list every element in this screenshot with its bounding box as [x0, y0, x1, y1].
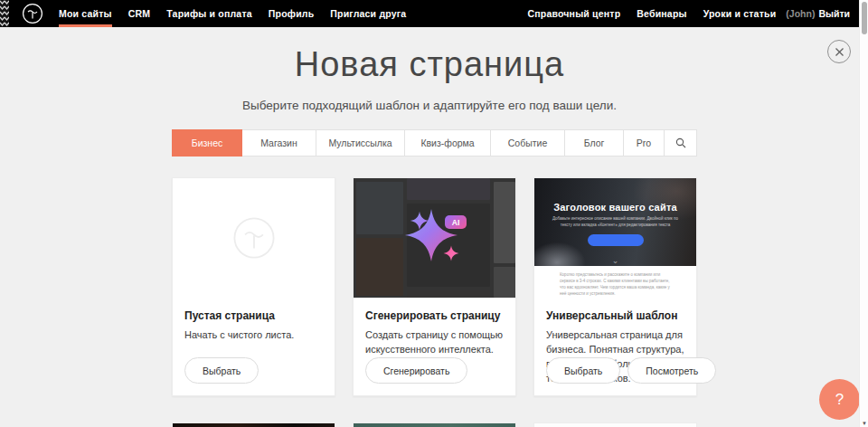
ai-generate-preview: AI — [354, 178, 515, 298]
main-nav: Мои сайты CRM Тарифы и оплата Профиль Пр… — [51, 0, 414, 27]
sparkle-tiny-icon — [443, 245, 459, 261]
tab-event-label: Событие — [508, 138, 548, 148]
next-row-card-1[interactable] — [172, 422, 335, 427]
tab-pro[interactable]: Pro — [624, 129, 665, 157]
nav-my-sites-label: Мои сайты — [59, 8, 112, 19]
card-title: Пустая страница — [184, 309, 323, 322]
user-name: (John) — [786, 8, 815, 19]
template-hero-section: Заголовок вашего сайта Добавьте интересн… — [534, 178, 696, 266]
help-button[interactable]: ? — [819, 379, 860, 420]
nav-webinars-label: Вебинары — [637, 8, 686, 19]
card-blank-page: Пустая страница Начать с чистого листа. … — [172, 177, 335, 396]
card-description: Создать страницу с помощью искусственног… — [365, 328, 504, 357]
scrollbar-down-arrow[interactable]: ▼ — [861, 421, 868, 426]
nav-crm[interactable]: CRM — [120, 0, 159, 27]
template-category-tabs: Бизнес Магазин Мультиссылка Квиз-форма С… — [172, 129, 697, 157]
tab-search[interactable] — [665, 129, 697, 157]
next-row-card-2[interactable] — [353, 422, 516, 427]
nav-invite-friend[interactable]: Пригласи друга — [322, 0, 414, 27]
next-row-card-3[interactable] — [533, 422, 697, 427]
card-ai-generate-body: Сгенерировать страницу Создать страницу … — [354, 298, 515, 395]
nav-help-center[interactable]: Справочный центр — [519, 0, 628, 27]
active-tab-underline — [59, 24, 112, 27]
page-title: Новая страница — [0, 45, 859, 84]
page-scrollbar[interactable]: ▼ — [859, 0, 868, 427]
card-title: Универсальный шаблон — [546, 309, 684, 322]
nav-lessons[interactable]: Уроки и статьи — [695, 0, 785, 27]
nav-invite-friend-label: Пригласи друга — [330, 8, 406, 19]
tab-multilink-label: Мультиссылка — [328, 138, 392, 148]
card-title: Сгенерировать страницу — [365, 309, 504, 322]
tab-event[interactable]: Событие — [491, 129, 565, 157]
top-navbar: Мои сайты CRM Тарифы и оплата Профиль Пр… — [0, 0, 859, 27]
template-cta-button — [588, 234, 644, 246]
ai-badge: AI — [445, 215, 467, 229]
nav-lessons-label: Уроки и статьи — [703, 8, 777, 19]
nav-billing-label: Тарифы и оплата — [166, 8, 252, 19]
tab-pro-label: Pro — [637, 138, 651, 148]
help-button-label: ? — [835, 391, 844, 409]
tab-blog-label: Блог — [584, 138, 605, 148]
tab-shop-label: Магазин — [260, 138, 297, 148]
page-subtitle: Выберите подходящий шаблон и адаптируйте… — [0, 99, 859, 112]
card-ai-generate: AI Сгенерировать страницу Создать страни… — [353, 177, 516, 396]
view-template-button[interactable]: Посмотреть — [627, 357, 716, 384]
card-blank-page-body: Пустая страница Начать с чистого листа. … — [173, 298, 335, 395]
tab-shop[interactable]: Магазин — [242, 129, 316, 157]
choose-template-button[interactable]: Выбрать — [546, 357, 620, 384]
nav-billing[interactable]: Тарифы и оплата — [158, 0, 260, 27]
logout-link[interactable]: Выйти — [818, 8, 850, 19]
chevron-down-icon: ⌄ — [534, 257, 696, 265]
blank-page-preview — [173, 178, 335, 298]
choose-blank-button[interactable]: Выбрать — [184, 357, 259, 384]
scrollbar-thumb[interactable] — [862, 2, 867, 34]
template-about-section: Коротко представьтесь и расскажите о ком… — [534, 266, 696, 298]
template-subtext: Добавьте интересное описание вашей компа… — [551, 216, 680, 229]
texture-pattern — [0, 0, 9, 27]
search-icon — [675, 138, 686, 148]
user-block: (John) Выйти — [786, 0, 850, 27]
tab-business-label: Бизнес — [192, 138, 222, 148]
tab-business[interactable]: Бизнес — [172, 129, 242, 157]
universal-template-preview: Заголовок вашего сайта Добавьте интересн… — [534, 178, 696, 298]
card-universal-template: Заголовок вашего сайта Добавьте интересн… — [533, 177, 697, 396]
tab-multilink[interactable]: Мультиссылка — [316, 129, 405, 157]
card-universal-template-body: Универсальный шаблон Универсальная стран… — [534, 298, 696, 395]
tilda-logo[interactable] — [22, 3, 43, 24]
secondary-nav: Справочный центр Вебинары Уроки и статьи — [519, 0, 784, 27]
tab-quiz-form[interactable]: Квиз-форма — [405, 129, 491, 157]
nav-profile[interactable]: Профиль — [260, 0, 323, 27]
nav-help-center-label: Справочный центр — [527, 8, 620, 19]
nav-webinars[interactable]: Вебинары — [628, 0, 694, 27]
template-body-text: Коротко представьтесь и расскажите о ком… — [560, 272, 673, 298]
tab-blog[interactable]: Блог — [565, 129, 624, 157]
nav-my-sites[interactable]: Мои сайты — [51, 0, 120, 27]
template-headline: Заголовок вашего сайта — [534, 178, 696, 213]
tilda-logo-icon — [22, 3, 43, 24]
generate-button[interactable]: Сгенерировать — [365, 357, 467, 384]
nav-profile-label: Профиль — [269, 8, 315, 19]
new-page-modal: Мои сайты CRM Тарифы и оплата Профиль Пр… — [0, 0, 868, 427]
tilda-logo-placeholder-icon — [232, 216, 276, 260]
nav-crm-label: CRM — [128, 8, 151, 19]
card-description: Начать с чистого листа. — [184, 328, 323, 343]
tab-quiz-form-label: Квиз-форма — [420, 138, 474, 148]
